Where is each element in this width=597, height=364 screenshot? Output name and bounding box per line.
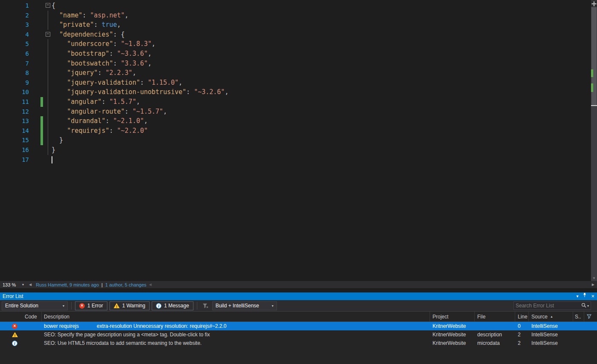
line-number: 8 — [0, 68, 29, 78]
annotation-changes[interactable]: 1 author, 5 changes — [105, 282, 147, 287]
code-line[interactable]: 11 "angular": "1.5.7", — [0, 97, 591, 107]
code-text: "dependencies": { — [52, 30, 125, 40]
search-options-icon[interactable]: ▾ — [587, 304, 589, 308]
annotation-author[interactable]: Russ Hammett, 9 minutes ago — [36, 282, 99, 287]
fold-marker[interactable]: − — [46, 30, 52, 40]
line-number: 17 — [0, 155, 29, 165]
change-indicator — [40, 97, 43, 107]
code-line[interactable]: 8 "jquery": "2.2.3", — [0, 68, 591, 78]
line-number: 12 — [0, 107, 29, 117]
scope-dropdown[interactable]: Entire Solution ▾ — [2, 301, 68, 310]
build-filter-dropdown[interactable]: Build + IntelliSense ▾ — [212, 301, 277, 310]
code-line[interactable]: 10 "jquery-validation-unobtrusive": "~3.… — [0, 87, 591, 97]
fold-gutter — [46, 145, 52, 155]
build-filter-value: Build + IntelliSense — [216, 303, 259, 309]
code-line[interactable]: 3 "private": true, — [0, 20, 591, 30]
code-line[interactable]: 1−{ — [0, 1, 591, 11]
messages-filter-button[interactable]: 1 Message — [152, 301, 193, 310]
search-icon[interactable] — [581, 302, 586, 310]
toolbar-separator — [71, 302, 72, 310]
code-line[interactable]: 6 "bootstrap": "~3.3.6", — [0, 49, 591, 59]
splitter-grip-icon[interactable] — [591, 0, 597, 7]
scope-dropdown-value: Entire Solution — [5, 303, 38, 309]
scroll-left-arrow[interactable]: ◀ — [26, 283, 34, 287]
description-cell: SEO: Use HTML5 microdata to add semantic… — [42, 340, 430, 346]
annotation-separator-icon: | — [101, 282, 103, 287]
header-severity[interactable] — [0, 312, 22, 321]
info-icon — [156, 303, 162, 309]
error-row[interactable]: SEO: Use HTML5 microdata to add semantic… — [0, 339, 597, 347]
code-line[interactable]: 4− "dependencies": { — [0, 30, 591, 40]
caret-position-mark — [591, 105, 597, 106]
change-indicator-empty — [40, 78, 43, 88]
close-icon[interactable]: × — [591, 292, 594, 300]
vertical-scrollbar[interactable]: ▼ — [591, 0, 597, 281]
fold-marker[interactable]: − — [46, 1, 52, 11]
change-mark — [591, 69, 593, 77]
code-line[interactable]: 16} — [0, 145, 591, 155]
editor-bottom-bar: 133 % ▾ ◀ Russ Hammett, 9 minutes ago | … — [0, 281, 597, 288]
code-line[interactable]: 9 "jquery-validation": "1.15.0", — [0, 78, 591, 88]
code-line[interactable]: 2 "name": "asp.net", — [0, 11, 591, 20]
header-source[interactable]: Source ▲ — [529, 312, 573, 321]
chevron-down-icon: ▾ — [272, 304, 274, 308]
error-list-titlebar[interactable]: Error List ▾ × — [0, 292, 597, 300]
clear-filter-icon[interactable] — [201, 303, 210, 309]
errors-filter-label: 1 Error — [87, 303, 103, 309]
error-rows: bower requirejsextra-resolution Unnecess… — [0, 322, 597, 347]
change-indicator-empty — [40, 68, 43, 78]
search-input[interactable] — [516, 303, 581, 309]
source-cell: IntelliSense — [529, 323, 573, 329]
fold-gutter — [46, 97, 52, 107]
line-cell: 2 — [515, 332, 529, 338]
error-icon — [79, 303, 85, 309]
change-indicator-empty — [40, 20, 43, 30]
code-line[interactable]: 17 — [0, 155, 591, 165]
chevron-down-icon: ▾ — [63, 304, 64, 308]
fold-gutter — [46, 68, 52, 78]
project-cell: KritnerWebsite — [430, 332, 475, 338]
source-cell: IntelliSense — [529, 332, 573, 338]
fold-gutter — [46, 78, 52, 88]
code-line[interactable]: 12 "angular-route": "~1.5.7", — [0, 107, 591, 117]
code-line[interactable]: 14 "requirejs": "~2.2.0" — [0, 126, 591, 136]
error-row[interactable]: SEO: Specify the page description using … — [0, 330, 597, 339]
change-indicator-empty — [40, 11, 43, 20]
line-number: 16 — [0, 145, 29, 155]
header-file[interactable]: File — [475, 312, 515, 321]
warnings-filter-button[interactable]: 1 Warning — [110, 301, 150, 310]
code-line[interactable]: 7 "bootswatch": "3.3.6", — [0, 59, 591, 69]
change-indicator-empty — [40, 1, 43, 11]
header-filter[interactable] — [584, 312, 597, 321]
code-text: "bootstrap": "~3.3.6", — [52, 49, 152, 59]
code-line[interactable]: 15 } — [0, 135, 591, 145]
code-text: "private": true, — [52, 20, 121, 30]
error-row[interactable]: bower requirejsextra-resolution Unnecess… — [0, 322, 597, 330]
scroll-left-arrow-secondary[interactable]: ◀ — [147, 283, 154, 287]
messages-filter-label: 1 Message — [164, 303, 189, 309]
scroll-right-arrow[interactable]: ▶ — [589, 283, 597, 287]
scroll-down-arrow[interactable]: ▼ — [591, 276, 597, 280]
line-number: 4 — [0, 30, 29, 40]
header-line[interactable]: Line — [515, 312, 529, 321]
pin-icon[interactable] — [583, 292, 587, 300]
change-indicator-empty — [40, 49, 43, 59]
code-line[interactable]: 13 "durandal": "~2.1.0", — [0, 116, 591, 126]
code-line[interactable]: 5 "underscore": "~1.8.3", — [0, 39, 591, 49]
description-cell: bower requirejsextra-resolution Unnecess… — [42, 323, 430, 329]
change-indicator — [40, 116, 43, 126]
zoom-selector[interactable]: 133 % ▾ — [0, 281, 26, 288]
header-description[interactable]: Description — [42, 312, 430, 321]
header-project[interactable]: Project — [430, 312, 475, 321]
file-cell: description — [475, 332, 515, 338]
window-position-icon[interactable]: ▾ — [576, 292, 578, 300]
header-severity-short[interactable]: S.. — [573, 312, 584, 321]
warning-icon — [12, 332, 18, 337]
error-list-toolbar: Entire Solution ▾ 1 Error 1 Warning 1 Me… — [0, 300, 597, 312]
code-text: { — [52, 1, 55, 11]
line-number: 13 — [0, 116, 29, 126]
errors-filter-button[interactable]: 1 Error — [75, 301, 107, 310]
horizontal-scrollbar-track[interactable] — [154, 281, 589, 288]
header-code[interactable]: Code — [22, 312, 42, 321]
fold-gutter — [46, 59, 52, 69]
